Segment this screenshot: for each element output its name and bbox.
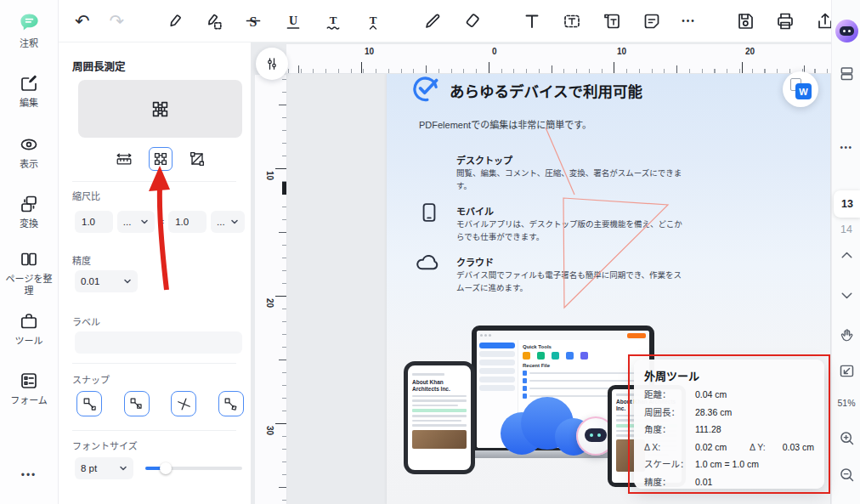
scale-left-unit-select[interactable]: ... — [117, 211, 155, 233]
undo-button[interactable]: ↶ — [75, 10, 90, 32]
nav-more-button[interactable]: ••• — [0, 469, 58, 481]
cloud-icon — [415, 252, 442, 274]
scale-left-unit-value: ... — [123, 217, 132, 227]
ruler-number: 20 — [265, 298, 274, 308]
underline-button[interactable]: U — [283, 10, 303, 32]
precision-select[interactable]: 0.01 — [75, 270, 138, 292]
area-highlight-button[interactable] — [203, 10, 223, 32]
ruler-number: 10 — [265, 171, 274, 180]
sidebar-item-view[interactable]: 表示 — [0, 134, 58, 170]
text-box-button[interactable] — [562, 10, 582, 32]
snap-endpoint-button[interactable] — [76, 391, 102, 416]
row-value: 0.01 — [695, 473, 712, 491]
highlight-button[interactable] — [163, 10, 184, 32]
perimeter-tool-preview[interactable] — [78, 80, 242, 138]
row-value: 1.0 cm = 1.0 cm — [695, 456, 759, 473]
fit-screen-button[interactable] — [832, 362, 860, 380]
snap-endpoint-icon — [82, 396, 98, 412]
chevron-up-icon — [838, 246, 856, 264]
sidebar-item-organize-pages[interactable]: ページを整理 — [0, 249, 58, 297]
toolbar-more-button[interactable]: ••• — [682, 10, 696, 32]
laptop-section-title: Quick Tools — [523, 344, 645, 349]
previous-page-button[interactable] — [832, 246, 860, 264]
horizontal-ruler: 10 0 10 20 — [286, 44, 831, 74]
print-button[interactable] — [775, 10, 795, 32]
label-value[interactable] — [75, 337, 242, 348]
scale-ratio-label: 縮尺比 — [72, 189, 100, 202]
sidebar-item-annotate[interactable]: 注釈 — [0, 11, 58, 49]
label-input[interactable] — [75, 331, 242, 354]
ruler-settings-button[interactable] — [256, 48, 288, 80]
tooltip-title: 外周ツール — [644, 367, 814, 383]
scale-ratio-row: ... = ... — [75, 211, 245, 233]
squiggly-underline-button[interactable]: T — [323, 10, 343, 32]
slider-knob[interactable] — [160, 462, 172, 474]
perimeter-tool-button[interactable] — [149, 147, 173, 171]
mobile-icon — [417, 201, 441, 224]
eraser-button[interactable] — [462, 10, 483, 32]
scale-left-value[interactable] — [75, 217, 113, 227]
laptop-section-title: Recent File — [523, 363, 645, 368]
precision-label: 精度 — [72, 253, 91, 267]
sidebar-item-convert[interactable]: 変換 — [0, 194, 58, 229]
snap-nearest-button[interactable] — [218, 391, 244, 416]
scale-right-input[interactable] — [168, 211, 207, 233]
area-tool-button[interactable] — [185, 147, 209, 171]
save-button[interactable] — [735, 10, 755, 32]
snap-intersection-button[interactable] — [171, 391, 196, 416]
row-value: 0.02 cm — [695, 439, 750, 456]
ai-assistant-button[interactable] — [832, 20, 860, 42]
snap-midpoint-button[interactable] — [124, 391, 150, 416]
font-size-select[interactable]: 8 pt — [75, 457, 133, 479]
text-callout-icon — [602, 11, 622, 31]
phone-title: About Khan Architects Inc. — [412, 379, 467, 393]
ruler-minor-ticks — [286, 69, 831, 73]
ruler-number: 20 — [745, 47, 755, 56]
rail-more-button[interactable]: ••• — [832, 143, 860, 152]
row-label: スケール： — [644, 456, 695, 473]
add-text-button[interactable] — [522, 10, 542, 32]
snap-label: スナップ — [72, 372, 110, 386]
row-label: Δ Y: — [750, 439, 780, 456]
scale-right-value[interactable] — [168, 217, 207, 227]
highlighted-text — [412, 409, 467, 412]
eraser-icon — [462, 11, 483, 31]
scale-left-input[interactable] — [75, 211, 113, 233]
current-page-indicator[interactable]: 13 — [834, 190, 860, 218]
row-label: Δ X: — [644, 439, 695, 456]
hand-tool-button[interactable] — [832, 326, 860, 344]
zoom-level: 51% — [832, 398, 860, 408]
scale-right-unit-select[interactable]: ... — [211, 211, 245, 233]
font-size-row: 8 pt — [75, 457, 242, 479]
strikethrough-button[interactable]: S — [243, 10, 263, 32]
page-panel-button[interactable] — [832, 65, 860, 82]
sidebar-item-forms[interactable]: フォーム — [0, 371, 58, 406]
text-callout-button[interactable] — [602, 10, 622, 32]
insert-text-button[interactable]: T — [363, 10, 383, 32]
pencil-button[interactable] — [422, 10, 443, 32]
fit-screen-icon — [838, 362, 856, 380]
edit-icon — [19, 73, 39, 93]
tooltip-row: 精度： 0.01 — [644, 473, 814, 491]
font-size-slider[interactable] — [145, 467, 242, 470]
sidebar-item-edit[interactable]: 編集 — [0, 73, 58, 109]
redo-button[interactable]: ↷ — [110, 10, 125, 32]
next-page-number[interactable]: 14 — [832, 224, 860, 235]
zoom-out-button[interactable] — [832, 466, 860, 484]
organize-pages-icon — [19, 249, 39, 269]
left-nav: 注釈 編集 表示 変換 — [0, 0, 59, 504]
laptop-titlebar — [477, 331, 649, 340]
sidebar-item-label: 注釈 — [3, 37, 54, 49]
distance-tool-button[interactable] — [112, 147, 136, 171]
convert-to-word-button[interactable]: W — [783, 71, 818, 107]
next-page-button[interactable] — [832, 286, 860, 304]
precision-value: 0.01 — [81, 276, 99, 286]
check-badge-icon — [410, 75, 439, 104]
ruler-number: 10 — [617, 47, 626, 56]
panel-title: 周囲長測定 — [72, 58, 126, 74]
zoom-in-button[interactable] — [832, 429, 860, 447]
sticky-note-button[interactable] — [642, 10, 662, 32]
sidebar-item-tools[interactable]: ツール — [0, 311, 58, 347]
word-icon: W — [795, 83, 812, 99]
svg-text:T: T — [370, 14, 377, 26]
